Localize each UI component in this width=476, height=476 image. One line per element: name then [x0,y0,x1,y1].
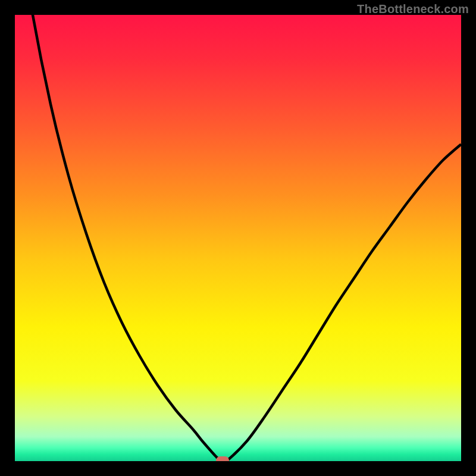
watermark-text: TheBottleneck.com [357,2,469,16]
bottleneck-curve [15,15,461,461]
chart-frame: TheBottleneck.com [0,0,476,476]
plot-area [15,15,461,461]
optimum-marker [216,456,229,462]
